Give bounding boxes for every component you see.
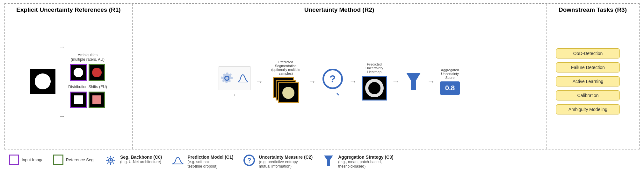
- r3-title: Downstream Tasks (R3): [550, 6, 636, 13]
- thumb-purple-1: [70, 64, 87, 81]
- heatmap-box: [362, 76, 387, 100]
- stacked-segs: [273, 77, 299, 103]
- question-mark-icon: ?: [329, 74, 336, 84]
- legend-c3-icon: [322, 155, 335, 167]
- legend-c1-desc: Prediction Model (C1) (e.g. softmax,test…: [187, 155, 233, 169]
- downstream-ood: OoD-Detection: [556, 48, 620, 59]
- ambiguities-images: [70, 64, 105, 81]
- legend-c0-title: Seg. Backbone (C0): [120, 155, 162, 160]
- question-circle: ?: [322, 69, 343, 89]
- thumb-green-2: [89, 92, 105, 108]
- funnel-icon: [405, 71, 422, 92]
- diagram-area: Explicit Uncertainty References (R1) → →…: [4, 3, 640, 149]
- distribution-images: [70, 92, 105, 108]
- arrow-r2-1: →: [256, 77, 263, 86]
- question-box: ?: [321, 67, 344, 90]
- aggregated-label: AggregatedUncertaintyScore: [441, 68, 459, 80]
- legend-c3-sub: (e.g., mean, patch-based,theshold-based): [338, 160, 386, 169]
- downstream-calibration: Calibration: [556, 90, 620, 100]
- score-value: 0.8: [440, 81, 460, 95]
- predicted-seg-label: Predicted Segmentation(optionally multip…: [268, 60, 303, 75]
- section-r1: Explicit Uncertainty References (R1) → →…: [5, 4, 133, 149]
- arrow-r2-4: →: [392, 77, 400, 86]
- legend-c2-desc: Uncertainty Measure (C2) (e.g. predictiv…: [259, 155, 313, 169]
- downstream-active: Active Learning: [556, 76, 620, 86]
- score-block: AggregatedUncertaintyScore 0.8: [440, 68, 460, 95]
- svg-point-4: [110, 159, 112, 162]
- thumb-square-white: [74, 95, 83, 104]
- legend-funnel-icon: [323, 155, 334, 167]
- legend-c3-desc: Aggregation Strategy (C3) (e.g., mean, p…: [338, 155, 393, 169]
- backbone-block: ↓: [219, 66, 250, 97]
- funnel-block: [405, 71, 422, 92]
- legend-c3-title: Aggregation Strategy (C3): [338, 155, 393, 160]
- arrow-r2-3: →: [349, 77, 357, 86]
- seg-block: Predicted Segmentation(optionally multip…: [268, 60, 303, 103]
- gear-curve-box: [219, 66, 250, 90]
- legend-c1-title: Prediction Model (C1): [187, 155, 233, 160]
- svg-line-1: [337, 93, 339, 95]
- legend-c1-icon: [171, 155, 184, 166]
- seg-circle: [282, 87, 294, 99]
- legend-reference-label: Reference Seg.: [66, 157, 95, 162]
- legend-c1: Prediction Model (C1) (e.g. softmax,test…: [171, 155, 233, 169]
- arrow-down-icon: →: [59, 113, 65, 120]
- svg-marker-6: [324, 156, 333, 166]
- r1-right: Ambiguities(multiple raters, AU) Di: [68, 53, 107, 110]
- ambiguities-group: Ambiguities(multiple raters, AU): [68, 53, 107, 83]
- thumb-green-1: [89, 64, 105, 81]
- thumb-purple-2: [70, 92, 87, 108]
- legend-gear-icon: [105, 155, 116, 166]
- thumb-circle-red: [92, 68, 102, 77]
- input-image-box: [30, 69, 55, 94]
- legend-area: Input Image Reference Seg. Seg. Backbone…: [4, 152, 640, 170]
- downstream-failure: Failure Detection: [556, 62, 620, 73]
- magnifier-icon: [333, 89, 339, 95]
- ambiguities-label: Ambiguities(multiple raters, AU): [71, 53, 105, 62]
- backbone-arrow-down: ↓: [234, 93, 235, 97]
- r1-content: → → Ambiguities(multiple raters, AU): [8, 17, 129, 146]
- distribution-label: Distribution Shifts (EU): [68, 85, 107, 89]
- legend-curve-icon: [172, 155, 184, 166]
- gear-icon: [220, 71, 234, 85]
- white-circle: [35, 73, 51, 89]
- heatmap-ring: [365, 79, 384, 97]
- arrow-up-icon: →: [59, 43, 65, 51]
- r3-content: OoD-Detection Failure Detection Active L…: [550, 17, 636, 146]
- legend-c0: Seg. Backbone (C0) (e.g. U-Net architect…: [104, 155, 162, 166]
- r2-content: ↓ → Predicted Segmentation(optionally mu…: [136, 17, 543, 146]
- legend-c1-sub: (e.g. softmax,test-time dropout): [187, 160, 233, 169]
- arrow-r2-2: →: [308, 77, 316, 86]
- legend-c2-title: Uncertainty Measure (C2): [259, 155, 313, 160]
- legend-question-mark: ?: [247, 157, 251, 164]
- thumb-square-pink: [92, 95, 101, 104]
- legend-c2: ? Uncertainty Measure (C2) (e.g. predict…: [243, 155, 313, 169]
- legend-input-label: Input Image: [22, 157, 44, 162]
- legend-c2-sub: (e.g. predictive entropy,mutual informat…: [259, 160, 307, 169]
- main-container: Explicit Uncertainty References (R1) → →…: [0, 0, 644, 173]
- legend-question-icon: ?: [243, 155, 255, 166]
- svg-marker-2: [406, 73, 421, 90]
- legend-c2-icon: ?: [243, 155, 256, 166]
- distribution-group: Distribution Shifts (EU): [68, 85, 107, 110]
- seg-box-3: [278, 82, 299, 103]
- legend-c3: Aggregation Strategy (C3) (e.g., mean, p…: [322, 155, 393, 169]
- r2-title: Uncertainty Method (R2): [136, 6, 543, 13]
- legend-c0-desc: Seg. Backbone (C0) (e.g. U-Net architect…: [120, 155, 162, 164]
- heatmap-label: PredictedUncertaintyHeatmap: [365, 62, 383, 74]
- bell-curve-icon: [236, 72, 249, 85]
- question-block: ?: [321, 67, 344, 95]
- downstream-ambiguity: Ambiguity Modeling: [556, 104, 620, 114]
- legend-c0-icon: [104, 155, 117, 166]
- r1-title: Explicit Uncertainty References (R1): [8, 6, 129, 13]
- legend-reference-seg: Reference Seg.: [53, 155, 95, 165]
- legend-input-image: Input Image: [9, 155, 44, 165]
- legend-c0-sub: (e.g. U-Net architecture): [120, 160, 162, 164]
- thumb-circle-white: [74, 68, 83, 77]
- r1-arrows-area: → →: [59, 17, 65, 146]
- section-r3: Downstream Tasks (R3) OoD-Detection Fail…: [546, 4, 639, 149]
- heatmap-block: PredictedUncertaintyHeatmap: [362, 62, 387, 100]
- section-r2: Uncertainty Method (R2): [133, 4, 546, 149]
- legend-purple-swatch: [9, 155, 19, 165]
- arrow-r2-5: →: [427, 77, 435, 86]
